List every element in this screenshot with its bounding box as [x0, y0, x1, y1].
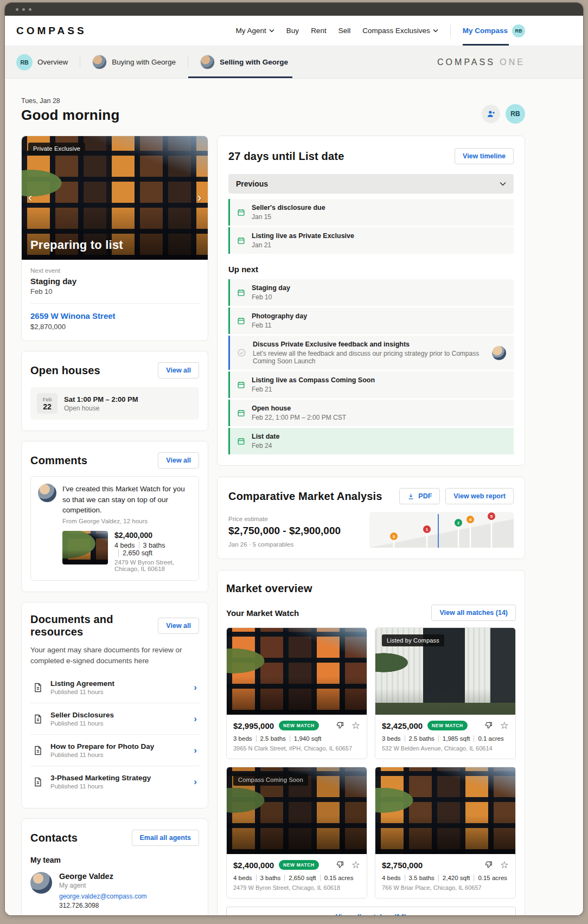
event-date: Feb 21: [252, 386, 506, 393]
button-label: PDF: [418, 492, 432, 500]
listing-price: $2,870,000: [30, 323, 199, 331]
property-card[interactable]: Compass Coming Soon $2,400,000 New match…: [226, 767, 367, 899]
svg-text:1: 1: [426, 527, 429, 532]
star-icon[interactable]: ☆: [351, 721, 360, 730]
contact-role: My agent: [59, 882, 147, 889]
comparables-chart[interactable]: 3 1 2 4 5: [369, 512, 514, 548]
property-card[interactable]: Listed by Compass $2,425,000 New match ☆: [375, 627, 516, 759]
document-row[interactable]: Listing AgreementPublished 11 hours ›: [30, 672, 199, 703]
email-all-agents-button[interactable]: Email all agents: [132, 830, 199, 846]
property-spec: 4 beds: [233, 875, 252, 881]
timeline-event-list-date[interactable]: List date Feb 24: [228, 428, 514, 454]
document-icon: [33, 682, 43, 693]
avatar[interactable]: RB: [512, 24, 525, 37]
chevron-down-icon: [433, 29, 438, 33]
view-all-documents-button[interactable]: View all: [158, 618, 199, 634]
window-dot[interactable]: [29, 8, 31, 11]
listing-address-link[interactable]: 2659 W Winona Street: [30, 311, 199, 320]
timeline-task[interactable]: Discuss Private Exclusive feedback and i…: [228, 336, 514, 370]
nav-rent[interactable]: Rent: [311, 27, 327, 35]
timeline-event[interactable]: Staging day Feb 10: [228, 279, 514, 306]
dashboard-page: Tues, Jan 28 Good morning RB Private Exc…: [5, 79, 583, 915]
agent-avatar: [200, 55, 215, 69]
property-spec: 2,420 sqft: [438, 875, 470, 881]
invite-person-button[interactable]: [482, 105, 500, 123]
document-icon: [33, 714, 43, 724]
carousel-next-icon[interactable]: ›: [197, 192, 201, 204]
view-all-open-houses-button[interactable]: View all: [158, 362, 199, 378]
document-row[interactable]: Seller DisclosuresPublished 11 hours ›: [30, 703, 199, 735]
open-house-row[interactable]: Feb 22 Sat 1:00 PM – 2:00 PM Open house: [30, 387, 199, 420]
star-icon[interactable]: ☆: [351, 860, 360, 870]
comment-item[interactable]: I've created this Market Watch for you s…: [30, 476, 199, 581]
property-spec: 4 beds: [114, 542, 135, 549]
calendar-icon: [237, 288, 245, 297]
property-price: $2,750,000: [382, 861, 423, 870]
view-all-comments-button[interactable]: View all: [158, 452, 199, 469]
document-name: 3-Phased Marketing Strategy: [50, 774, 151, 782]
nav-buy[interactable]: Buy: [286, 27, 299, 35]
date-badge: Feb 22: [37, 393, 57, 414]
property-card[interactable]: $2,995,000 New match ☆ 3 beds2.5 baths1,…: [226, 627, 367, 759]
property-card[interactable]: $2,750,000 ☆ 4 beds3.5 baths2,420 sqft0.…: [375, 767, 516, 899]
property-spec: 1,985 sqft: [438, 735, 470, 742]
thumbs-down-icon[interactable]: [336, 721, 344, 730]
chevron-down-icon: [269, 29, 274, 33]
event-date: Feb 22, 1:00 PM – 2:00 PM CST: [252, 414, 506, 421]
listing-photo[interactable]: Private Exclusive ‹ › Preparing to list: [22, 136, 208, 260]
tab-selling-with-george[interactable]: Selling with George: [188, 46, 300, 78]
window-dot[interactable]: [22, 8, 25, 11]
view-all-matches-button[interactable]: View all matches (14): [431, 605, 516, 621]
listing-stage-title: Preparing to list: [30, 238, 123, 252]
window-dot[interactable]: [16, 8, 18, 11]
carousel-prev-icon[interactable]: ‹: [28, 192, 32, 204]
timeline-event[interactable]: Open house Feb 22, 1:00 PM – 2:00 PM CST: [228, 400, 514, 426]
timeline-event[interactable]: Listing live as Compass Coming Soon Feb …: [228, 371, 514, 398]
view-all-matches-footer-button[interactable]: View all matches (14): [226, 907, 516, 915]
property-spec: 1,940 sqft: [290, 735, 322, 742]
property-spec: 3 baths: [139, 542, 165, 549]
previous-events-toggle[interactable]: Previous: [228, 174, 514, 194]
compass-logo[interactable]: COMPASS: [16, 25, 87, 37]
chevron-down-icon: [500, 182, 506, 186]
tab-buying-with-george[interactable]: Buying with George: [80, 46, 188, 78]
tab-overview[interactable]: RB Overview: [16, 46, 80, 78]
compass-one-logo: COMPASS ONE: [437, 57, 525, 67]
document-row[interactable]: How to Prepare for Photo DayPublished 11…: [30, 735, 199, 766]
timeline-event[interactable]: Photography day Feb 11: [228, 307, 514, 334]
star-icon[interactable]: ☆: [500, 721, 509, 730]
thumbs-down-icon[interactable]: [336, 861, 344, 869]
download-pdf-button[interactable]: PDF: [399, 488, 440, 504]
contact-phone: 312.726.3098: [59, 902, 147, 909]
view-timeline-button[interactable]: View timeline: [455, 148, 514, 164]
view-web-report-button[interactable]: View web report: [445, 488, 514, 504]
check-circle-icon[interactable]: [237, 348, 246, 357]
chevron-right-icon: ›: [194, 714, 197, 723]
avatar[interactable]: RB: [506, 104, 525, 124]
star-icon[interactable]: ☆: [500, 860, 509, 870]
contact-email-link[interactable]: george.valdez@compass.com: [59, 893, 147, 900]
nav-my-agent[interactable]: My Agent: [236, 27, 274, 35]
property-spec: 2,650 sqft: [284, 875, 316, 881]
market-overview-card: Market overview Your Market Watch View a…: [217, 570, 525, 915]
comment-property[interactable]: $2,400,000 4 beds3 baths2,650 sqft 2479 …: [62, 531, 191, 572]
workspace-tabbar: RB Overview Buying with George Selling w…: [5, 46, 583, 79]
avatar: RB: [16, 54, 33, 70]
thumbs-down-icon[interactable]: [484, 861, 493, 869]
property-spec: 2.5 baths: [256, 735, 286, 742]
timeline-event[interactable]: Seller's disclosure due Jan 15: [228, 199, 514, 226]
calendar-icon: [237, 437, 245, 445]
thumbs-down-icon[interactable]: [484, 721, 493, 730]
nav-compass-exclusives[interactable]: Compass Exclusives: [362, 27, 438, 35]
nav-my-compass[interactable]: My Compass RB: [463, 16, 525, 46]
property-photo: Compass Coming Soon: [227, 767, 367, 854]
comp-marker: 1: [423, 525, 431, 533]
property-spec: 3 baths: [256, 875, 281, 881]
event-title: Seller's disclosure due: [252, 204, 506, 211]
section-title: Open houses: [30, 364, 100, 377]
timeline-event[interactable]: Listing live as Private Exclusive Jan 21: [228, 227, 514, 254]
window-chrome-bar: [5, 3, 583, 16]
document-row[interactable]: 3-Phased Marketing StrategyPublished 11 …: [30, 766, 199, 797]
price-estimate-label: Price estimate: [228, 516, 341, 522]
nav-sell[interactable]: Sell: [338, 27, 351, 35]
